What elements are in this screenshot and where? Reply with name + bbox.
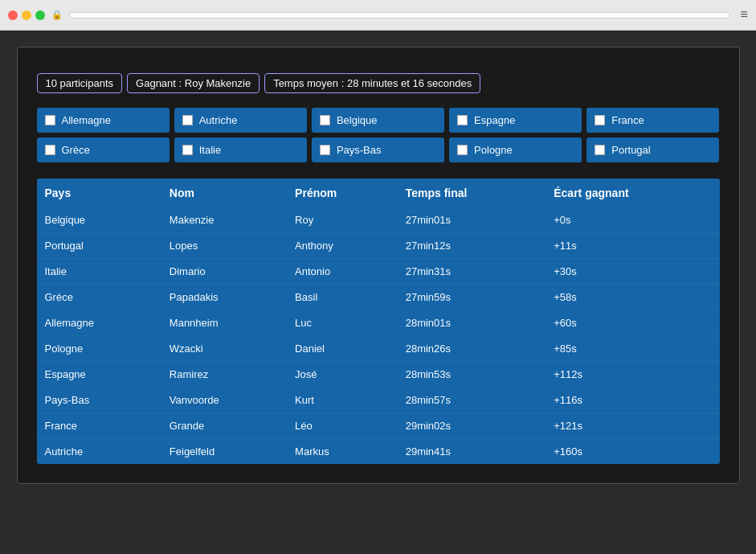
table-cell: +11s: [546, 233, 719, 259]
filter-item[interactable]: Belgique: [312, 108, 444, 133]
table-row: PortugalLopesAnthony27min12s+11s: [37, 233, 720, 259]
table-row: FranceGrandeLéo29min02s+121s: [37, 413, 720, 439]
filter-item[interactable]: Espagne: [449, 108, 582, 133]
table-cell: Autriche: [37, 439, 161, 465]
table-cell: France: [37, 413, 161, 439]
filter-item[interactable]: Allemagne: [37, 108, 170, 133]
table-cell: Ramirez: [161, 362, 287, 388]
table-cell: Belgique: [37, 207, 161, 233]
filter-checkbox[interactable]: [45, 115, 55, 125]
filter-label: Grèce: [62, 144, 90, 156]
filter-checkbox[interactable]: [457, 115, 468, 125]
main-card: 10 participantsGagnant : Roy MakenzieTem…: [17, 47, 740, 484]
table-cell: Dimario: [161, 259, 287, 285]
table-row: EspagneRamirezJosé28min53s+112s: [37, 362, 720, 388]
badge: Temps moyen : 28 minutes et 16 secondes: [264, 73, 480, 93]
table-cell: Grande: [161, 413, 287, 439]
table-cell: Lopes: [161, 233, 287, 259]
table-row: BelgiqueMakenzieRoy27min01s+0s: [37, 207, 720, 233]
table-cell: José: [287, 362, 398, 388]
table-cell: Papadakis: [161, 285, 287, 310]
filter-label: Belgique: [337, 114, 378, 126]
table-cell: +0s: [546, 207, 719, 233]
filter-checkbox[interactable]: [182, 115, 193, 125]
filter-checkbox[interactable]: [457, 145, 468, 155]
table-header-cell: Nom: [161, 179, 287, 207]
filter-checkbox[interactable]: [595, 115, 605, 125]
table-cell: Espagne: [37, 362, 161, 388]
table-cell: +116s: [546, 388, 719, 413]
filter-checkbox[interactable]: [320, 145, 330, 155]
filter-label: Portugal: [611, 144, 650, 156]
table-body: BelgiqueMakenzieRoy27min01s+0sPortugalLo…: [37, 207, 720, 464]
table-cell: +30s: [546, 259, 719, 285]
filter-label: Espagne: [474, 114, 515, 126]
filter-label: Italie: [199, 144, 221, 156]
filter-checkbox[interactable]: [45, 145, 55, 155]
table-cell: 28min01s: [398, 310, 546, 336]
minimize-button[interactable]: [22, 10, 31, 20]
filter-label: Autriche: [199, 114, 238, 126]
close-button[interactable]: [8, 10, 18, 20]
table-cell: Italie: [37, 259, 161, 285]
table-cell: Allemagne: [37, 310, 161, 336]
table-cell: 27min59s: [398, 285, 546, 310]
table-cell: +121s: [546, 413, 719, 439]
filter-label: Pologne: [474, 144, 513, 156]
table-cell: 28min53s: [398, 362, 546, 388]
table-cell: Basil: [287, 285, 398, 310]
table-cell: Markus: [287, 439, 398, 465]
table-header-cell: Prénom: [287, 179, 398, 207]
table-header-cell: Pays: [37, 179, 161, 207]
table-header-cell: Écart gagnant: [546, 179, 719, 207]
table-row: PologneWzackiDaniel28min26s+85s: [37, 336, 720, 362]
url-bar[interactable]: [69, 12, 730, 18]
table-cell: 29min41s: [398, 439, 546, 465]
filter-grid: AllemagneAutricheBelgiqueEspagneFranceGr…: [37, 108, 720, 162]
filter-label: France: [611, 114, 644, 126]
table-cell: +60s: [546, 310, 719, 336]
table-cell: Anthony: [287, 233, 398, 259]
filter-item[interactable]: Italie: [174, 137, 307, 162]
filter-checkbox[interactable]: [320, 115, 330, 125]
filter-item[interactable]: France: [586, 108, 719, 133]
table-cell: Léo: [287, 413, 398, 439]
filter-item[interactable]: Pays-Bas: [312, 137, 444, 162]
lock-icon: 🔒: [51, 10, 63, 20]
maximize-button[interactable]: [35, 10, 45, 20]
table-header-row: PaysNomPrénomTemps finalÉcart gagnant: [37, 179, 720, 207]
table-cell: Pologne: [37, 336, 161, 362]
table-cell: Portugal: [37, 233, 161, 259]
filter-label: Pays-Bas: [337, 144, 382, 156]
filter-item[interactable]: Grèce: [37, 137, 170, 162]
table-cell: 27min01s: [398, 207, 546, 233]
table-row: GrècePapadakisBasil27min59s+58s: [37, 285, 720, 310]
table-cell: Vanvoorde: [161, 388, 287, 413]
table-cell: Kurt: [287, 388, 398, 413]
filter-item[interactable]: Portugal: [586, 137, 719, 162]
table-cell: Pays-Bas: [37, 388, 161, 413]
menu-icon[interactable]: ≡: [740, 8, 748, 23]
table-cell: Roy: [287, 207, 398, 233]
filter-checkbox[interactable]: [595, 145, 605, 155]
table-cell: Makenzie: [161, 207, 287, 233]
table-cell: 28min26s: [398, 336, 546, 362]
table-cell: +85s: [546, 336, 719, 362]
table-row: ItalieDimarioAntonio27min31s+30s: [37, 259, 720, 285]
table-cell: Daniel: [287, 336, 398, 362]
table-cell: Wzacki: [161, 336, 287, 362]
page-wrapper: 10 participantsGagnant : Roy MakenzieTem…: [0, 31, 756, 554]
table-cell: +160s: [546, 439, 719, 465]
filter-item[interactable]: Autriche: [174, 108, 307, 133]
browser-bar: 🔒 ≡: [0, 0, 756, 31]
badges-container: 10 participantsGagnant : Roy MakenzieTem…: [37, 73, 720, 93]
filter-checkbox[interactable]: [182, 145, 193, 155]
table-cell: +112s: [546, 362, 719, 388]
window-controls: [8, 10, 45, 20]
badge: 10 participants: [37, 73, 123, 93]
table-row: AutricheFeigelfeldMarkus29min41s+160s: [37, 439, 720, 465]
filter-label: Allemagne: [62, 114, 111, 126]
table-cell: 27min31s: [398, 259, 546, 285]
filter-item[interactable]: Pologne: [449, 137, 582, 162]
table-cell: 27min12s: [398, 233, 546, 259]
